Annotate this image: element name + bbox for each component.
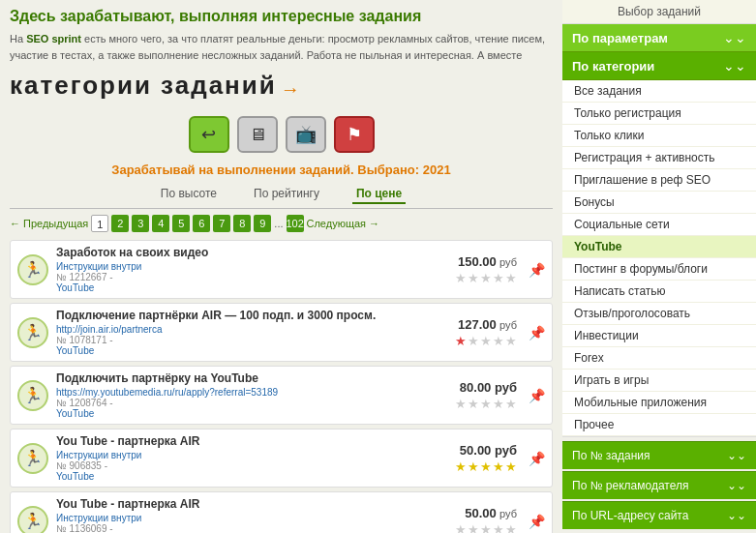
task-row: 🏃 Подключение партнёрки AIR — 100 подп. … — [10, 303, 553, 362]
cat-item-youtube[interactable]: YouTube — [562, 236, 756, 258]
task-id-link[interactable]: YouTube — [56, 345, 441, 356]
task-id: № 906835 - YouTube — [56, 460, 441, 482]
task-row: 🏃 You Tube - партнерка AIR Инструкции вн… — [10, 429, 553, 488]
task-id: № 1078171 - YouTube — [56, 335, 441, 356]
icon-btn-gray1[interactable]: 🖥 — [237, 116, 278, 153]
task-price-area: 50.00 руб ★★★★★ — [449, 443, 517, 474]
task-id: № 1136069 - YouTube — [56, 523, 441, 533]
task-pin-icon[interactable]: 📌 — [529, 388, 545, 403]
task-pin-icon[interactable]: 📌 — [529, 262, 545, 278]
pag-page-9[interactable]: 9 — [254, 215, 271, 232]
pag-page-102[interactable]: 102 — [287, 215, 304, 232]
brand-name: SEO sprint — [26, 33, 81, 44]
task-currency: руб — [499, 319, 517, 331]
page-desc: На SEO sprint есть много чего, за что пл… — [10, 31, 553, 63]
task-title[interactable]: Заработок на своих видео — [56, 246, 441, 259]
sidebar-task-number-btn[interactable]: По № задания ⌄⌄ — [562, 441, 756, 469]
task-stars: ★★★★★ — [449, 397, 517, 411]
icon-btn-red[interactable]: ⚑ — [334, 116, 375, 153]
task-title[interactable]: You Tube - партнерка AIR — [56, 434, 441, 448]
pagination-prev[interactable]: ← Предыдущая — [10, 218, 88, 229]
task-stars: ★★★★★ — [449, 459, 517, 474]
sidebar-url-label: По URL-адресу сайта — [572, 509, 688, 522]
sidebar-title: Выбор заданий — [562, 0, 756, 24]
sidebar-categories-btn[interactable]: По категории ⌄⌄ — [562, 52, 756, 80]
pagination: ← Предыдущая 1 2 3 4 5 6 7 8 9 ... 102 С… — [10, 215, 553, 232]
pag-page-4[interactable]: 4 — [152, 215, 169, 232]
task-row: 🏃 Подключить партнёрку на YouTube https:… — [10, 366, 553, 425]
task-price: 50.00 — [465, 506, 497, 520]
cat-item-reg-act[interactable]: Регистрация + активность — [562, 147, 756, 169]
cat-item-bonus[interactable]: Бонусы — [562, 192, 756, 214]
task-currency: руб — [499, 508, 517, 519]
cat-item-article[interactable]: Написать статью — [562, 281, 756, 303]
cat-item-ref[interactable]: Приглашение в реф SEO — [562, 169, 756, 192]
task-currency: руб — [499, 256, 517, 268]
sidebar-advertiser-btn[interactable]: По № рекламодателя ⌄⌄ — [562, 471, 756, 499]
icon-btn-gray2[interactable]: 📺 — [286, 116, 326, 153]
cat-item-all[interactable]: Все задания — [562, 80, 756, 103]
task-title[interactable]: Подключение партнёрки AIR — 100 подп. и … — [56, 309, 441, 322]
task-link[interactable]: https://my.youtubemedia.ru/ru/apply?refe… — [56, 387, 441, 398]
cat-item-mobile[interactable]: Мобильные приложения — [562, 392, 756, 414]
task-id-link[interactable]: YouTube — [56, 408, 441, 419]
sort-tab-rating[interactable]: По рейтингу — [250, 185, 323, 204]
cat-item-forex[interactable]: Forex — [562, 347, 756, 370]
task-title[interactable]: You Tube - партнерка AIR — [56, 497, 441, 511]
task-list: 🏃 Заработок на своих видео Инструкции вн… — [10, 240, 553, 533]
cat-item-games[interactable]: Играть в игры — [562, 370, 756, 392]
cat-item-forum[interactable]: Постинг в форумы/блоги — [562, 258, 756, 281]
pag-page-8[interactable]: 8 — [233, 215, 251, 232]
pag-page-3[interactable]: 3 — [132, 215, 149, 232]
icons-row: ↩ 🖥 📺 ⚑ — [10, 116, 553, 153]
task-link[interactable]: Инструкции внутри — [56, 450, 441, 460]
task-icon: 🏃 — [17, 254, 48, 285]
task-title[interactable]: Подключить партнёрку на YouTube — [56, 371, 441, 385]
pag-page-7[interactable]: 7 — [213, 215, 230, 232]
task-id-link[interactable]: YouTube — [56, 282, 441, 293]
cat-item-reg[interactable]: Только регистрация — [562, 103, 756, 125]
task-link[interactable]: http://join.air.io/partnerca — [56, 324, 441, 335]
task-info: Подключение партнёрки AIR — 100 подп. и … — [56, 309, 441, 356]
task-icon: 🏃 — [17, 380, 48, 411]
sidebar-url-btn[interactable]: По URL-адресу сайта ⌄⌄ — [562, 501, 756, 529]
pag-page-1[interactable]: 1 — [91, 215, 108, 232]
cat-item-invest[interactable]: Инвестиции — [562, 325, 756, 347]
chevron-down-icon: ⌄⌄ — [727, 479, 746, 492]
task-price-area: 150.00 руб ★★★★★ — [449, 254, 517, 285]
cat-item-clicks[interactable]: Только клики — [562, 125, 756, 147]
task-price: 127.00 — [458, 317, 497, 332]
task-stars: ★★★★★ — [449, 271, 517, 285]
task-icon: 🏃 — [17, 443, 48, 474]
pag-page-2[interactable]: 2 — [111, 215, 129, 232]
page-title: Здесь зарабатывают, выполняя интересные … — [10, 8, 553, 25]
pag-dots: ... — [274, 218, 283, 229]
task-stars: ★★★★★ — [449, 522, 517, 534]
sort-tab-price[interactable]: По цене — [352, 185, 406, 204]
chevron-down-icon: ⌄⌄ — [723, 58, 746, 74]
task-pin-icon[interactable]: 📌 — [529, 514, 545, 529]
cat-item-other[interactable]: Прочее — [562, 414, 756, 436]
task-price: 80.00 руб — [460, 380, 517, 395]
sidebar-params-btn[interactable]: По параметрам ⌄⌄ — [562, 24, 756, 52]
task-link[interactable]: Инструкции внутри — [56, 513, 441, 523]
chevron-down-icon: ⌄⌄ — [723, 30, 746, 45]
category-banner: категории заданий — [10, 71, 277, 101]
sort-tabs: По высоте По рейтингу По цене — [10, 185, 553, 204]
pagination-next[interactable]: Следующая → — [307, 218, 380, 229]
task-stars: ★★★★★ — [449, 334, 517, 348]
pag-page-5[interactable]: 5 — [172, 215, 190, 232]
sort-tab-height[interactable]: По высоте — [157, 185, 221, 204]
cat-item-social[interactable]: Социальные сети — [562, 214, 756, 236]
icon-btn-green[interactable]: ↩ — [189, 116, 229, 153]
sidebar-task-number-label: По № задания — [572, 449, 650, 462]
task-info: You Tube - партнерка AIR Инструкции внут… — [56, 497, 441, 533]
task-id-link[interactable]: YouTube — [56, 471, 441, 482]
pag-page-6[interactable]: 6 — [193, 215, 210, 232]
task-link[interactable]: Инструкции внутри — [56, 261, 441, 272]
cat-item-review[interactable]: Отзыв/проголосовать — [562, 303, 756, 325]
task-row: 🏃 Заработок на своих видео Инструкции вн… — [10, 240, 553, 299]
arrow-right-icon: → — [281, 78, 300, 101]
task-pin-icon[interactable]: 📌 — [529, 325, 545, 341]
task-pin-icon[interactable]: 📌 — [529, 451, 545, 466]
